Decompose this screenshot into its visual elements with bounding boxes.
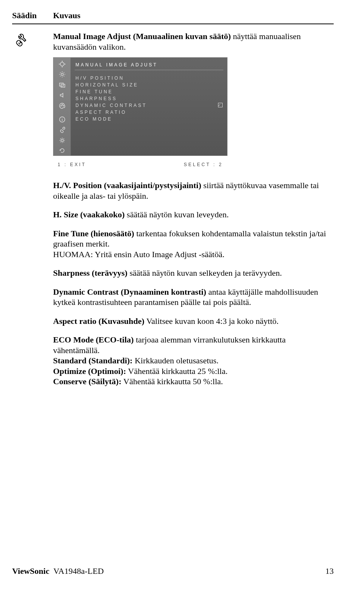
osd-item: SHARPNESS (75, 95, 223, 102)
para-hv-position: H./V. Position (vaakasijainti/pystysijai… (53, 180, 334, 201)
osd-box: MANUAL IMAGE ADJUST H/V POSITION HORIZON… (53, 57, 228, 156)
control-icon-col (12, 31, 53, 395)
checkbox-icon: ✓ (218, 103, 223, 107)
osd-icon-brightness (56, 70, 68, 80)
header-col-description: Kuvaus (53, 11, 334, 20)
osd-icon-input (56, 80, 68, 90)
osd-footer-right: SELECT : 2 (184, 162, 223, 167)
osd-main: MANUAL IMAGE ADJUST H/V POSITION HORIZON… (71, 58, 227, 155)
osd-item: ECO MODE (75, 116, 223, 123)
osd-icon-info (56, 115, 68, 124)
osd-title: MANUAL IMAGE ADJUST (75, 61, 223, 70)
para-eco-mode: ECO Mode (ECO-tila) tarjoaa alemman virr… (53, 335, 334, 387)
header-col-control: Säädin (12, 11, 53, 20)
osd-icon-crosshair (56, 59, 68, 69)
osd-icon-audio (56, 91, 68, 101)
osd-icon-setup (56, 135, 68, 145)
intro-paragraph: Manual Image Adjust (Manuaalinen kuvan s… (53, 31, 334, 52)
osd-icon-reset (56, 146, 68, 155)
para-aspect-ratio: Aspect ratio (Kuvasuhde) Valitsee kuvan … (53, 316, 334, 327)
content-row: Manual Image Adjust (Manuaalinen kuvan s… (12, 31, 334, 395)
osd-sidebar (53, 58, 71, 155)
svg-point-0 (60, 62, 64, 66)
page-number: 13 (325, 566, 334, 576)
osd-item: ASPECT RATIO (75, 109, 223, 116)
para-fine-tune: Fine Tune (hienosäätö) tarkentaa fokukse… (53, 228, 334, 260)
para-sharpness: Sharpness (terävyys) säätää näytön kuvan… (53, 268, 334, 278)
svg-point-4 (61, 105, 61, 106)
svg-rect-2 (60, 83, 63, 86)
para-dynamic-contrast: Dynamic Contrast (Dynaaminen kontrasti) … (53, 287, 334, 308)
osd-item: DYNAMIC CONTRAST ✓ (75, 102, 223, 109)
svg-rect-3 (61, 84, 65, 87)
footer-brand-model: ViewSonic VA1948a-LED (12, 566, 104, 576)
svg-point-6 (63, 105, 64, 106)
svg-point-5 (62, 104, 63, 105)
svg-point-1 (61, 73, 63, 75)
osd-footer-left: 1 : EXIT (58, 162, 86, 167)
svg-point-8 (61, 139, 63, 141)
osd-item: H/V POSITION (75, 75, 223, 82)
para-h-size: H. Size (vaakakoko) säätää näytön kuvan … (53, 209, 334, 220)
wrench-hand-icon (14, 39, 29, 49)
osd-icon-manual (56, 125, 68, 135)
table-header: Säädin Kuvaus (12, 11, 334, 22)
osd-item: HORIZONTAL SIZE (75, 82, 223, 88)
description-col: Manual Image Adjust (Manuaalinen kuvan s… (53, 31, 334, 395)
osd-screenshot: MANUAL IMAGE ADJUST H/V POSITION HORIZON… (53, 57, 228, 171)
intro-bold: Manual Image Adjust (Manuaalinen kuvan s… (53, 31, 231, 41)
page-footer: ViewSonic VA1948a-LED 13 (12, 566, 334, 576)
osd-footer: 1 : EXIT SELECT : 2 (53, 158, 228, 171)
divider (12, 24, 334, 24)
osd-icon-color (56, 101, 68, 111)
osd-item: FINE TUNE (75, 88, 223, 95)
